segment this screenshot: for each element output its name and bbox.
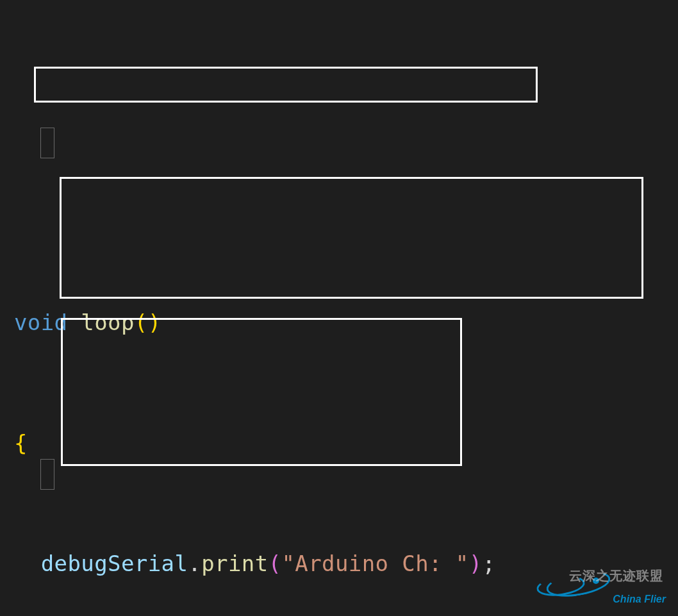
keyword-void: void [14, 310, 67, 335]
bracket-match-open [40, 128, 54, 158]
annotation-box-1 [34, 67, 538, 103]
paren-close: ) [148, 310, 161, 335]
string-literal: "Arduino Ch: " [281, 551, 468, 576]
code-line[interactable]: { [14, 428, 678, 458]
brace-open: { [14, 430, 28, 456]
paren-open: ( [135, 310, 148, 335]
method: print [201, 551, 268, 576]
code-editor[interactable]: void loop() { debugSerial.print("Arduino… [0, 0, 678, 616]
bracket-match-close [40, 459, 54, 490]
function-name: loop [81, 310, 134, 335]
code-line[interactable]: debugSerial.print("Arduino Ch: "); [14, 549, 678, 579]
variable: debugSerial [41, 551, 188, 576]
code-line[interactable]: void loop() [14, 308, 678, 338]
annotation-box-2 [60, 177, 643, 299]
